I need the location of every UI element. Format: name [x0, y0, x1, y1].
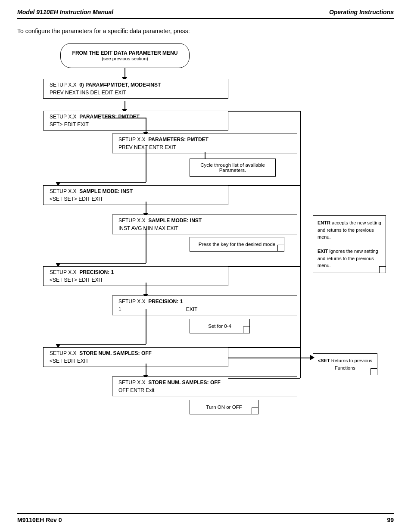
line-h-3: [58, 263, 146, 264]
box4: SETUP X.X SAMPLE MODE: INST <SET SET> ED…: [43, 185, 228, 205]
footer-left: M9110EH Rev 0: [17, 516, 62, 523]
b3-menu: PREV NEXT ENTR EXIT: [116, 143, 293, 151]
box5: SETUP X.X SAMPLE MODE: INST INST AVG MIN…: [112, 215, 297, 234]
note-mode-text: Press the key for the desired mode: [195, 242, 279, 247]
line-v-3: [146, 147, 146, 182]
b7-row: 1 EXIT: [116, 305, 293, 313]
box8: SETUP X.X STORE NUM. SAMPLES: OFF <SET E…: [43, 347, 228, 367]
footer: M9110EH Rev 0 99: [17, 513, 394, 523]
note-onoff-text: Turn ON or OFF: [195, 404, 253, 410]
b4-menu: <SET SET> EDIT EXIT: [47, 195, 224, 203]
b1-menu: PREV NEXT INS DEL EDIT EXIT: [47, 89, 224, 96]
arrow-set: [310, 355, 314, 360]
line-h-4: [58, 344, 146, 345]
note-set-text: <SET Returns to previous Functions: [318, 357, 373, 371]
box1: SETUP X.X 0) PARAM=PMTDET, MODE=INST PRE…: [43, 79, 228, 99]
start-box: FROM THE EDIT DATA PARAMETER MENU (see p…: [60, 43, 190, 68]
b9-menu: OFF ENTR Exit: [116, 386, 293, 394]
header-title: Model 9110EH Instruction Manual: [17, 9, 113, 16]
b2-menu: SET> EDIT EXIT: [47, 121, 224, 128]
line-v-5: [146, 228, 146, 263]
line-v-2: [146, 118, 146, 134]
exit-line-h2: [228, 185, 300, 186]
b8-title: SETUP X.X STORE NUM. SAMPLES: OFF: [47, 349, 224, 357]
b3-title: SETUP X.X PARAMETERS: PMTDET: [116, 136, 293, 143]
b4-title: SETUP X.X SAMPLE MODE: INST: [47, 187, 224, 195]
box7: SETUP X.X PRECISION: 1 1 EXIT: [112, 296, 297, 315]
b5-menu: INST AVG MIN MAX EXIT: [116, 224, 293, 232]
box9: SETUP X.X STORE NUM. SAMPLES: OFF OFF EN…: [112, 376, 297, 396]
b9-title: SETUP X.X STORE NUM. SAMPLES: OFF: [116, 379, 293, 386]
exit-line-h4: [228, 347, 300, 348]
exit-line-h1: [228, 111, 300, 112]
b1-title: SETUP X.X 0) PARAM=PMTDET, MODE=INST: [47, 81, 224, 89]
header: Model 9110EH Instruction Manual Operatin…: [17, 9, 394, 19]
flowchart: FROM THE EDIT DATA PARAMETER MENU (see p…: [17, 43, 388, 495]
start-line1: FROM THE EDIT DATA PARAMETER MENU: [72, 50, 178, 56]
b7-title: SETUP X.X PRECISION: 1: [116, 298, 293, 305]
box6: SETUP X.X PRECISION: 1 <SET SET> EDIT EX…: [43, 266, 228, 286]
note-onoff: Turn ON or OFF: [190, 400, 258, 414]
b6-title: SETUP X.X PRECISION: 1: [47, 268, 224, 276]
box2: SETUP X.X PARAMETERS: PMTDET SET> EDIT E…: [43, 111, 228, 131]
line-h-1: [103, 118, 146, 118]
note-prec: Set for 0-4: [190, 319, 250, 333]
b2-title: SETUP X.X PARAMETERS: PMTDET: [47, 113, 224, 121]
b5-title: SETUP X.X SAMPLE MODE: INST: [116, 217, 293, 224]
exit-line-h3: [228, 266, 300, 267]
intro-text: To configure the parameters for a specif…: [17, 28, 394, 34]
note-entr-text: ENTR accepts the new setting and returns…: [318, 219, 381, 269]
start-line2: (see previous section): [102, 56, 148, 61]
header-section: Operating Instructions: [329, 9, 394, 16]
note-prec-text: Set for 0-4: [195, 324, 244, 329]
note-set: <SET Returns to previous Functions: [313, 353, 377, 375]
exit-line-h5: [228, 378, 300, 379]
line-v-7: [146, 309, 146, 344]
b6-menu: <SET SET> EDIT EXIT: [47, 276, 224, 284]
note-mode: Press the key for the desired mode: [190, 237, 284, 252]
box3: SETUP X.X PARAMETERS: PMTDET PREV NEXT E…: [112, 134, 297, 153]
page: Model 9110EH Instruction Manual Operatin…: [0, 0, 411, 532]
exit-line-v: [300, 111, 301, 378]
footer-right: 99: [387, 516, 394, 523]
b8-menu: <SET EDIT EXIT: [47, 357, 224, 365]
note-entr: ENTR accepts the new setting and returns…: [313, 215, 386, 273]
line-v-note1: [205, 152, 206, 159]
note-params-text: Cycle through list of availableParameter…: [195, 162, 270, 173]
line-h-2: [58, 182, 146, 183]
note-params: Cycle through list of availableParameter…: [190, 159, 276, 177]
